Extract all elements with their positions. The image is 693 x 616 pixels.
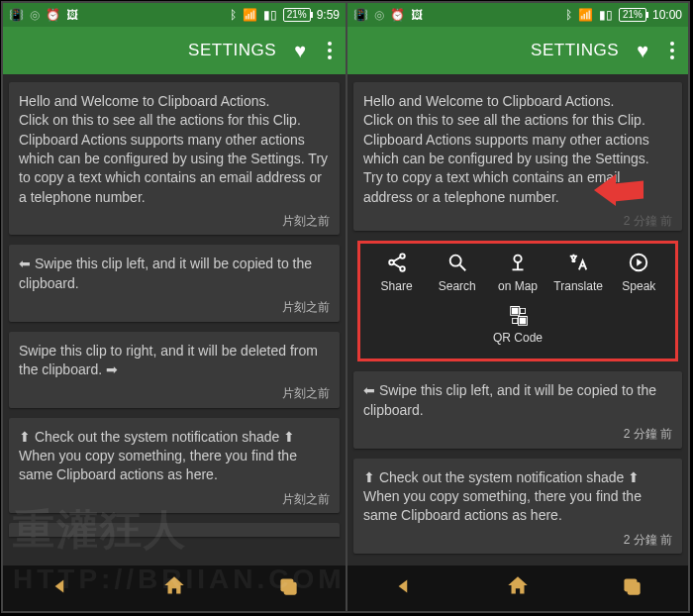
- favorite-icon[interactable]: ♥: [294, 40, 306, 62]
- navigation-bar: [347, 565, 688, 611]
- svg-marker-13: [638, 259, 644, 266]
- clock: 9:59: [317, 8, 340, 22]
- clip-card[interactable]: ⬅ Swipe this clip left, and it will be c…: [353, 371, 682, 448]
- settings-button[interactable]: SETTINGS: [188, 41, 276, 60]
- bluetooth-icon: ᛒ: [230, 8, 237, 22]
- wifi-icon: 📶: [578, 8, 593, 22]
- signal-icon: ▮▯: [263, 8, 277, 22]
- svg-line-8: [460, 265, 466, 271]
- map-action[interactable]: on Map: [488, 252, 547, 293]
- svg-line-6: [393, 263, 400, 268]
- annotation-arrow: [598, 172, 644, 202]
- app-bar: SETTINGS ♥: [347, 27, 688, 74]
- clip-text: Hello and Welcome to Clipboard Actions. …: [19, 92, 330, 207]
- navigation-bar: [3, 565, 346, 611]
- clip-card[interactable]: Swipe this clip to right, and it will be…: [9, 332, 340, 408]
- clip-card[interactable]: ⬆ Check out the system notification shad…: [9, 418, 340, 513]
- clip-text: ⬅ Swipe this clip left, and it will be c…: [363, 381, 672, 420]
- translate-action[interactable]: Translate: [548, 252, 608, 293]
- home-button[interactable]: [161, 573, 187, 603]
- svg-point-9: [514, 256, 521, 262]
- phone-left: 📳 ◎ ⏰ 🖼 ᛒ 📶 ▮▯ 21% 9:59 SETTINGS ♥ Hello…: [3, 3, 346, 611]
- svg-rect-15: [627, 582, 640, 595]
- search-action[interactable]: Search: [428, 252, 487, 293]
- bluetooth-icon: ᛒ: [565, 8, 572, 22]
- clip-timestamp: 2 分鐘 前: [363, 213, 672, 230]
- clip-timestamp: 片刻之前: [19, 491, 330, 508]
- overflow-menu-icon[interactable]: [666, 40, 678, 61]
- clip-card-expanded[interactable]: Hello and Welcome to Clipboard Actions. …: [353, 82, 682, 231]
- clip-list: Hello and Welcome to Clipboard Actions. …: [347, 74, 688, 565]
- nfc-icon: ◎: [30, 8, 40, 22]
- clip-text: ⬆ Check out the system notification shad…: [19, 428, 330, 485]
- svg-line-5: [393, 257, 400, 262]
- translate-icon: [567, 252, 589, 273]
- action-label: Translate: [553, 279, 603, 293]
- overflow-menu-icon[interactable]: [324, 40, 336, 61]
- svg-rect-1: [284, 582, 297, 595]
- clip-timestamp: 片刻之前: [19, 385, 330, 402]
- status-bar: 📳 ◎ ⏰ 🖼 ᛒ 📶 ▮▯ 21% 10:00: [347, 3, 688, 27]
- battery-badge: 21%: [283, 8, 311, 22]
- map-pin-icon: [507, 252, 529, 273]
- clip-card[interactable]: ⬅ Swipe this clip left, and it will be c…: [9, 245, 340, 321]
- clip-text: Swipe this clip to right, and it will be…: [19, 342, 330, 380]
- nfc-icon: ◎: [374, 8, 384, 22]
- speak-action[interactable]: Speak: [609, 252, 668, 293]
- battery-badge: 21%: [619, 8, 646, 22]
- action-label: Speak: [622, 279, 655, 293]
- phone-right: 📳 ◎ ⏰ 🖼 ᛒ 📶 ▮▯ 21% 10:00 SETTINGS ♥ Hell…: [346, 3, 688, 611]
- clip-card[interactable]: Hello and Welcome to Clipboard Actions. …: [9, 82, 340, 235]
- clock: 10:00: [652, 8, 682, 22]
- vibrate-icon: 📳: [9, 8, 24, 22]
- clip-timestamp: 片刻之前: [19, 299, 330, 316]
- recent-apps-button[interactable]: [619, 573, 644, 603]
- app-bar: SETTINGS ♥: [3, 27, 346, 74]
- clip-list: Hello and Welcome to Clipboard Actions. …: [3, 74, 346, 565]
- speak-icon: [628, 252, 649, 273]
- back-button[interactable]: [48, 573, 73, 603]
- clip-timestamp: 2 分鐘 前: [363, 426, 672, 443]
- search-icon: [446, 252, 468, 273]
- action-label: Search: [439, 279, 476, 293]
- image-icon: 🖼: [411, 8, 423, 22]
- favorite-icon[interactable]: ♥: [637, 40, 648, 62]
- clip-card[interactable]: [9, 523, 340, 537]
- clip-card[interactable]: ⬆ Check out the system notification shad…: [353, 459, 682, 554]
- clip-text: ⬅ Swipe this clip left, and it will be c…: [19, 255, 330, 293]
- vibrate-icon: 📳: [353, 8, 368, 22]
- svg-point-7: [449, 256, 460, 266]
- image-icon: 🖼: [66, 8, 78, 22]
- wifi-icon: 📶: [243, 8, 257, 22]
- qr-action[interactable]: ▣▫▫▣ QR Code: [488, 305, 547, 345]
- actions-panel: Share Search on Map Translate: [357, 241, 678, 361]
- alarm-icon: ⏰: [390, 8, 405, 22]
- status-bar: 📳 ◎ ⏰ 🖼 ᛒ 📶 ▮▯ 21% 9:59: [3, 3, 346, 27]
- share-action[interactable]: Share: [367, 252, 427, 293]
- action-label: Share: [381, 279, 413, 293]
- signal-icon: ▮▯: [599, 8, 613, 22]
- settings-button[interactable]: SETTINGS: [531, 41, 619, 60]
- share-icon: [386, 252, 408, 273]
- clip-timestamp: 2 分鐘 前: [363, 532, 672, 549]
- home-button[interactable]: [505, 573, 531, 603]
- action-label: QR Code: [493, 331, 543, 345]
- action-label: on Map: [498, 279, 538, 293]
- alarm-icon: ⏰: [46, 8, 60, 22]
- clip-text: ⬆ Check out the system notification shad…: [363, 468, 672, 526]
- back-button[interactable]: [391, 573, 417, 603]
- recent-apps-button[interactable]: [275, 573, 301, 603]
- clip-timestamp: 片刻之前: [19, 213, 330, 230]
- qr-icon: ▣▫▫▣: [510, 305, 525, 325]
